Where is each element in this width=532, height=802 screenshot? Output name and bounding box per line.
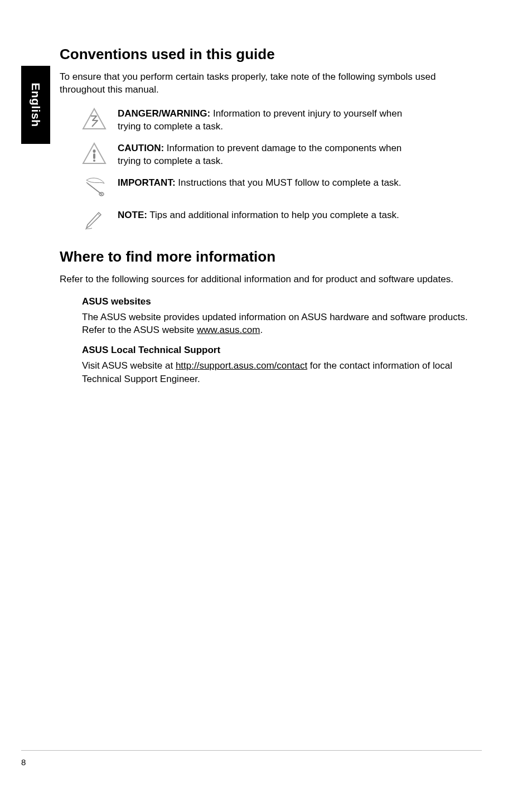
svg-rect-3 bbox=[93, 153, 95, 159]
callout-danger: DANGER/WARNING: Information to prevent i… bbox=[60, 107, 482, 133]
asus-support-head: ASUS Local Technical Support bbox=[82, 345, 482, 356]
callout-important-body: Instructions that you MUST follow to com… bbox=[176, 177, 402, 188]
callout-important: IMPORTANT: Instructions that you MUST fo… bbox=[60, 176, 482, 200]
asus-support-pre: Visit ASUS website at bbox=[82, 360, 176, 371]
asus-websites-body: The ASUS website provides updated inform… bbox=[82, 311, 482, 337]
language-label: English bbox=[29, 83, 42, 127]
callout-caution-label: CAUTION: bbox=[118, 143, 164, 153]
callout-note-label: NOTE: bbox=[118, 210, 147, 220]
callout-caution-text: CAUTION: Information to prevent damage t… bbox=[118, 141, 413, 168]
language-tab: English bbox=[21, 66, 50, 144]
callout-note-text: NOTE: Tips and additional information to… bbox=[118, 208, 399, 222]
asus-websites-post: . bbox=[260, 325, 263, 335]
danger-icon bbox=[82, 107, 107, 131]
callout-danger-text: DANGER/WARNING: Information to prevent i… bbox=[118, 107, 413, 133]
svg-point-2 bbox=[93, 149, 96, 153]
callout-caution: CAUTION: Information to prevent damage t… bbox=[60, 141, 482, 168]
asus-websites-head: ASUS websites bbox=[82, 296, 482, 307]
conventions-heading: Conventions used in this guide bbox=[60, 46, 482, 63]
callout-danger-label: DANGER/WARNING: bbox=[118, 108, 210, 119]
where-intro: Refer to the following sources for addit… bbox=[60, 273, 482, 286]
asus-support-link[interactable]: http://support.asus.com/contact bbox=[176, 360, 307, 371]
asus-websites-block: ASUS websites The ASUS website provides … bbox=[60, 296, 482, 337]
callout-note-body: Tips and additional information to help … bbox=[147, 210, 399, 220]
page-content: Conventions used in this guide To ensure… bbox=[60, 46, 482, 394]
asus-websites-pre: The ASUS website provides updated inform… bbox=[82, 312, 468, 336]
where-heading: Where to find more information bbox=[60, 248, 482, 265]
svg-point-4 bbox=[93, 160, 95, 162]
important-icon bbox=[82, 176, 107, 200]
caution-icon bbox=[82, 141, 107, 166]
callout-important-label: IMPORTANT: bbox=[118, 177, 176, 188]
conventions-intro: To ensure that you perform certain tasks… bbox=[60, 71, 482, 96]
page-number: 8 bbox=[21, 757, 26, 767]
callout-important-text: IMPORTANT: Instructions that you MUST fo… bbox=[118, 176, 402, 190]
page-footer: 8 bbox=[21, 750, 482, 767]
note-icon bbox=[82, 208, 107, 233]
asus-websites-link[interactable]: www.asus.com bbox=[197, 325, 260, 335]
asus-support-block: ASUS Local Technical Support Visit ASUS … bbox=[60, 345, 482, 386]
callout-note: NOTE: Tips and additional information to… bbox=[60, 208, 482, 233]
asus-support-body: Visit ASUS website at http://support.asu… bbox=[82, 359, 482, 386]
where-section: Where to find more information Refer to … bbox=[60, 248, 482, 386]
